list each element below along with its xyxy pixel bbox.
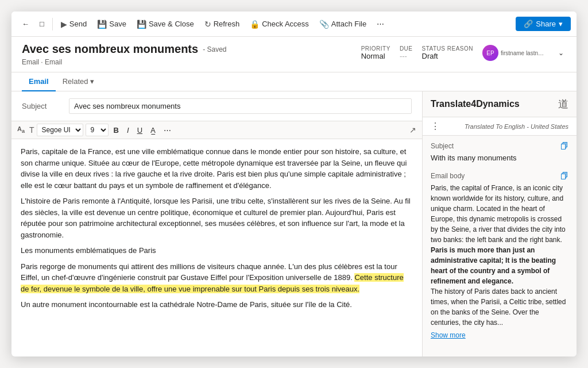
- back-icon: ←: [22, 20, 29, 28]
- share-chevron-icon: ▾: [559, 20, 563, 28]
- right-panel-menu-button[interactable]: ⋮: [431, 121, 440, 132]
- back-button[interactable]: ←: [17, 17, 34, 30]
- paragraph-1: Paris, capitale de la France, est une vi…: [21, 146, 413, 191]
- more-options-button[interactable]: ⋯: [372, 17, 389, 30]
- subject-label: Subject: [22, 102, 62, 110]
- saved-label: - Saved: [203, 45, 226, 53]
- attach-file-button[interactable]: 📎 Attach File: [315, 17, 371, 31]
- paragraph-2: L'histoire de Paris remonte à l'Antiquit…: [21, 195, 413, 240]
- underline-button[interactable]: U: [134, 125, 145, 136]
- user-name: firstname lastname: [501, 50, 547, 56]
- tab-related[interactable]: Related ▾: [56, 72, 101, 91]
- highlight-button[interactable]: A̲: [148, 125, 158, 136]
- priority-meta: Priority Normal: [361, 45, 390, 60]
- copy-subject-icon[interactable]: 🗍: [560, 141, 568, 151]
- email-body-translation-label: Email body 🗍: [431, 171, 568, 181]
- expand-editor-button[interactable]: ↗: [409, 125, 416, 135]
- header-chevron-button[interactable]: ⌄: [556, 48, 566, 58]
- translate-icon[interactable]: 道: [558, 97, 568, 111]
- right-panel-header: Translate4Dynamics 道: [423, 91, 577, 117]
- save-button[interactable]: 💾 Save: [92, 17, 131, 31]
- breadcrumb: Email · Email: [22, 58, 361, 66]
- right-panel-title: Translate4Dynamics: [431, 99, 520, 109]
- subject-field-row: Subject: [22, 98, 412, 114]
- send-button[interactable]: ▶ Send: [56, 17, 91, 31]
- due-meta: Due ---: [400, 45, 413, 60]
- paragraph-3: Les monuments emblématiques de Paris: [21, 245, 413, 256]
- right-panel: Translate4Dynamics 道 ⋮ Translated To Eng…: [423, 91, 577, 356]
- check-access-button[interactable]: 🔒 Check Access: [245, 17, 314, 31]
- refresh-button[interactable]: ↻ Refresh: [200, 17, 245, 31]
- copy-body-icon[interactable]: 🗍: [560, 171, 568, 181]
- right-panel-body: Subject 🗍 With its many monuments Email …: [423, 136, 577, 356]
- subject-input[interactable]: [69, 98, 412, 114]
- subject-translation-label: Subject 🗍: [431, 141, 568, 151]
- font-format-icon: T: [29, 125, 34, 135]
- new-tab-icon: □: [40, 20, 44, 28]
- subject-translation-value: With its many monuments: [431, 153, 568, 163]
- refresh-icon: ↻: [204, 20, 211, 29]
- right-panel-subheader: ⋮ Translated To English - United States: [423, 117, 577, 136]
- attach-icon: 📎: [319, 20, 329, 29]
- bold-button[interactable]: B: [111, 125, 122, 136]
- avatar-group: EP firstname lastname: [482, 45, 547, 61]
- send-icon: ▶: [61, 20, 67, 29]
- avatar: EP: [482, 45, 498, 61]
- email-body-translation-value: Paris, the capital of France, is an icon…: [431, 183, 568, 328]
- share-icon: 🔗: [524, 20, 533, 28]
- tabs-row: Email Related ▾: [11, 72, 577, 91]
- show-more-link[interactable]: Show more: [431, 331, 568, 339]
- header-row: Avec ses nombreux monuments - Saved Emai…: [11, 37, 577, 72]
- main-window: ← □ ▶ Send 💾 Save 💾 Save & Close ↻ Refre…: [11, 12, 577, 356]
- left-panel: Subject Aa T Segoe UI 9 B I U: [11, 91, 423, 356]
- check-access-icon: 🔒: [250, 20, 260, 29]
- editor-toolbar: Aa T Segoe UI 9 B I U A̲ ⋯ ↗: [11, 121, 422, 139]
- email-body-translation-section: Email body 🗍 Paris, the capital of Franc…: [431, 171, 568, 339]
- italic-button[interactable]: I: [124, 125, 132, 136]
- save-icon: 💾: [97, 20, 107, 29]
- main-content: Subject Aa T Segoe UI 9 B I U: [11, 91, 577, 356]
- paragraph-5: Un autre monument incontournable est la …: [21, 299, 413, 310]
- save-close-button[interactable]: 💾 Save & Close: [132, 17, 199, 31]
- editor-content[interactable]: Paris, capitale de la France, est une vi…: [11, 139, 422, 356]
- toolbar: ← □ ▶ Send 💾 Save 💾 Save & Close ↻ Refre…: [11, 12, 577, 37]
- translation-language-label: Translated To English - United States: [465, 123, 568, 130]
- toolbar-divider-1: [52, 18, 53, 30]
- para4-text: Paris regorge de monuments qui attirent …: [21, 262, 397, 282]
- font-select[interactable]: Segoe UI: [37, 124, 83, 136]
- font-size-select[interactable]: 9: [86, 124, 109, 136]
- subject-translation-section: Subject 🗍 With its many monuments: [431, 141, 568, 163]
- header-left: Avec ses nombreux monuments - Saved Emai…: [22, 43, 361, 72]
- status-meta: Status Reason Draft: [422, 45, 473, 60]
- new-tab-button[interactable]: □: [35, 17, 49, 30]
- paragraph-4: Paris regorge de monuments qui attirent …: [21, 261, 413, 295]
- save-close-icon: 💾: [137, 20, 146, 29]
- editor-area: Aa T Segoe UI 9 B I U A̲ ⋯ ↗ Pari: [11, 121, 422, 356]
- record-title: Avec ses nombreux monuments - Saved: [22, 43, 361, 56]
- header-meta: Priority Normal Due --- Status Reason Dr…: [361, 43, 566, 61]
- tab-email[interactable]: Email: [22, 72, 56, 91]
- share-button[interactable]: 🔗 Share ▾: [516, 17, 571, 31]
- form-section: Subject: [11, 91, 422, 121]
- more-format-button[interactable]: ⋯: [161, 125, 174, 136]
- text-size-icon: Aa: [17, 125, 25, 134]
